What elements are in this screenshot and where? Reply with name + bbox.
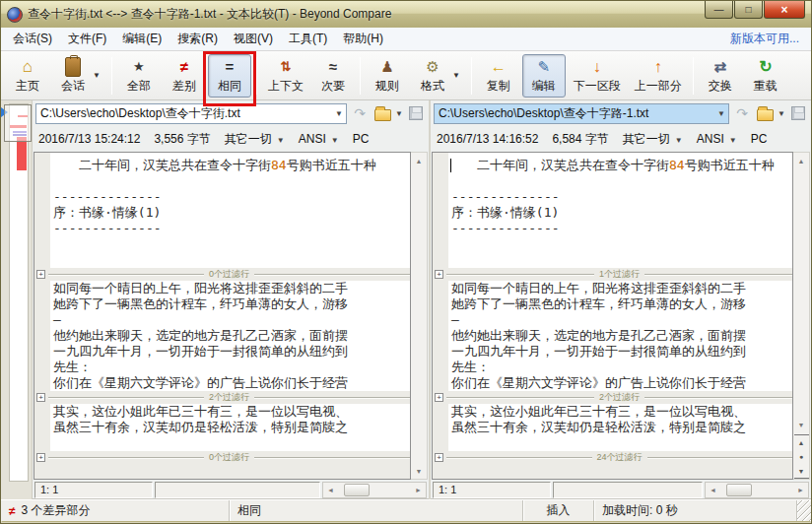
- browse-folder-button[interactable]: [372, 103, 392, 123]
- overview-diff-map[interactable]: [1, 100, 33, 499]
- separator-line: [446, 457, 592, 459]
- chevron-down-icon: ▼: [277, 136, 285, 145]
- right-pane: C:\Users\echo\Desktop\查令十字路-1.txt ▼ ↷ ▼ …: [431, 100, 811, 499]
- filtered-lines-label: 2个过滤行: [594, 391, 644, 404]
- menu-item-3[interactable]: 搜索(R): [169, 27, 226, 51]
- left-encoding-dropdown[interactable]: ANSI▼: [299, 132, 339, 146]
- expand-section-button[interactable]: +: [36, 453, 45, 462]
- toolbar-button-label: 规则: [375, 78, 399, 95]
- close-button[interactable]: ×: [764, 1, 805, 19]
- left-format-dropdown[interactable]: 其它一切▼: [225, 131, 285, 148]
- left-save-button[interactable]: [406, 103, 426, 123]
- scroll-left-icon[interactable]: ◄: [706, 483, 720, 497]
- menu-item-2[interactable]: 编辑(E): [114, 27, 169, 51]
- reload-icon: [759, 57, 772, 77]
- menu-item-0[interactable]: 会话(S): [5, 27, 60, 51]
- menu-item-4[interactable]: 视图(V): [226, 27, 281, 51]
- left-pane-info: 2016/7/13 15:24:12 3,556 字节 其它一切▼ ANSI▼ …: [33, 126, 429, 152]
- update-available-link[interactable]: 新版本可用...: [730, 31, 807, 47]
- toolbar-button-全部[interactable]: 全部: [117, 54, 161, 98]
- text-line: 一九四九年十月，一切开始于一封很简单的从纽约到: [448, 344, 792, 360]
- toolbar-button-下一区段[interactable]: 下一区段: [568, 54, 627, 98]
- toolbar-button-上下文[interactable]: 上下文: [262, 54, 309, 98]
- center-current-difference-icon[interactable]: ●: [794, 449, 809, 464]
- scroll-up-icon[interactable]: ▲: [794, 153, 809, 168]
- text-segment: 虽然三十有余，汉芙却仍是轻松活泼，特别是简牍之: [451, 420, 746, 434]
- reopen-file-icon[interactable]: ↷: [732, 103, 752, 123]
- left-hscroll-thumb[interactable]: [344, 484, 370, 496]
- next-difference-icon[interactable]: ▼: [794, 464, 809, 479]
- toolbar-button-差别[interactable]: 差别: [163, 54, 206, 98]
- scroll-right-icon[interactable]: ►: [793, 483, 808, 497]
- folder-dropdown-icon[interactable]: ▼: [778, 109, 785, 118]
- expand-section-button[interactable]: +: [435, 393, 443, 402]
- left-hscroll-track[interactable]: [338, 483, 411, 497]
- menu-item-6[interactable]: 帮助(H): [335, 27, 391, 51]
- toolbar-button-label: 上一部分: [635, 78, 682, 95]
- left-vertical-scrollbar[interactable]: ▲ ▼: [411, 152, 428, 480]
- scroll-right-icon[interactable]: ►: [411, 483, 426, 497]
- right-save-button[interactable]: [788, 103, 808, 123]
- expand-section-button[interactable]: +: [435, 270, 443, 279]
- scroll-down-icon[interactable]: ▼: [794, 417, 809, 432]
- unimportant-diff-text: 84: [669, 158, 685, 172]
- toolbar-button-相同[interactable]: 相同: [208, 54, 251, 98]
- expand-section-button[interactable]: +: [36, 270, 45, 279]
- toolbar-button-label: 编辑: [532, 78, 556, 95]
- right-pane-info: 2016/7/13 14:16:52 6,584 字节 其它一切▼ ANSI▼ …: [431, 126, 811, 152]
- text-line: 她跨下了一辆黑色的计程车，纤巧单薄的女人，游移: [448, 296, 792, 312]
- right-hscroll-track[interactable]: [720, 483, 793, 497]
- save-disk-icon: [791, 106, 805, 120]
- resize-grip[interactable]: [797, 500, 811, 521]
- maximize-button[interactable]: □: [734, 1, 763, 19]
- right-horizontal-scrollbar[interactable]: ◄ ►: [705, 482, 809, 498]
- expand-section-button[interactable]: +: [435, 453, 443, 462]
- text-segment: 二十年间，汉芙总共在查令十字街: [53, 158, 271, 172]
- toolbar-button-次要[interactable]: 次要: [311, 54, 355, 98]
- browse-folder-button[interactable]: [755, 103, 775, 123]
- text-line: [448, 435, 792, 451]
- menu-item-1[interactable]: 文件(F): [60, 27, 114, 51]
- left-path-combo[interactable]: C:\Users\echo\Desktop\查令十字街.txt ▼: [35, 103, 347, 124]
- menu-item-5[interactable]: 工具(T): [281, 27, 335, 51]
- title-bar: 查令十字街.txt <--> 查令十字路-1.txt - 文本比较(T) - B…: [1, 1, 811, 28]
- prev-difference-icon[interactable]: ▲: [794, 434, 809, 449]
- toolbar-button-会话[interactable]: 会话▼: [51, 54, 106, 98]
- toolbar-button-交换[interactable]: 交换: [699, 54, 742, 98]
- left-modified-time: 2016/7/13 15:24:12: [38, 132, 140, 146]
- folder-dropdown-icon[interactable]: ▼: [395, 109, 403, 118]
- chevron-down-icon[interactable]: ▼: [93, 71, 101, 80]
- left-editor[interactable]: 二十年间，汉芙总共在查令十字街84号购书近五十种--------------序：…: [34, 152, 411, 480]
- right-hscroll-thumb[interactable]: [726, 484, 752, 496]
- toolbar-group: 上下文次要: [261, 53, 356, 98]
- toolbar-button-复制[interactable]: 复制: [477, 54, 520, 98]
- scroll-up-icon[interactable]: ▲: [412, 153, 427, 168]
- text-segment: 他约她出来聊天，选定的地方是孔乙己酒家，面前摆: [451, 328, 746, 343]
- reopen-file-icon[interactable]: ↷: [350, 103, 370, 123]
- chevron-down-icon[interactable]: ▼: [332, 109, 346, 118]
- separator-line: [48, 397, 204, 399]
- overview-viewport-box[interactable]: [4, 104, 32, 142]
- chevron-down-icon[interactable]: ▼: [714, 109, 728, 118]
- toolbar-button-重载[interactable]: 重载: [744, 54, 787, 98]
- scroll-left-icon[interactable]: ◄: [323, 483, 338, 497]
- chevron-down-icon[interactable]: ▼: [452, 71, 460, 80]
- separator-line: [644, 274, 792, 276]
- text-line: 序：书缘·情缘(1): [448, 205, 792, 221]
- text-block: 其实，这位小姐此年已三十有三，是一位以写电视、虽然三十有余，汉芙却仍是轻松活泼，…: [50, 404, 410, 451]
- chevron-down-icon: ▼: [729, 136, 737, 145]
- right-format-dropdown[interactable]: 其它一切▼: [623, 131, 683, 148]
- right-encoding-dropdown[interactable]: ANSI▼: [697, 132, 737, 146]
- left-horizontal-scrollbar[interactable]: ◄ ►: [322, 482, 427, 498]
- toolbar-button-上一部分[interactable]: 上一部分: [629, 54, 688, 98]
- minimize-button[interactable]: —: [705, 1, 733, 19]
- right-vertical-scrollbar[interactable]: ▲ ▼ ▲ ● ▼: [793, 152, 810, 480]
- expand-section-button[interactable]: +: [36, 393, 45, 402]
- toolbar-button-主页[interactable]: 主页: [6, 54, 49, 98]
- toolbar-button-编辑[interactable]: 编辑: [522, 54, 566, 98]
- right-editor[interactable]: 二十年间，汉芙总共在查令十字街84号购书近五十种--------------序：…: [432, 152, 793, 480]
- toolbar-button-规则[interactable]: 规则: [366, 54, 409, 98]
- scroll-down-icon[interactable]: ▼: [412, 463, 427, 479]
- right-path-combo[interactable]: C:\Users\echo\Desktop\查令十字路-1.txt ▼: [434, 103, 729, 124]
- toolbar-button-格式[interactable]: 格式▼: [411, 54, 466, 98]
